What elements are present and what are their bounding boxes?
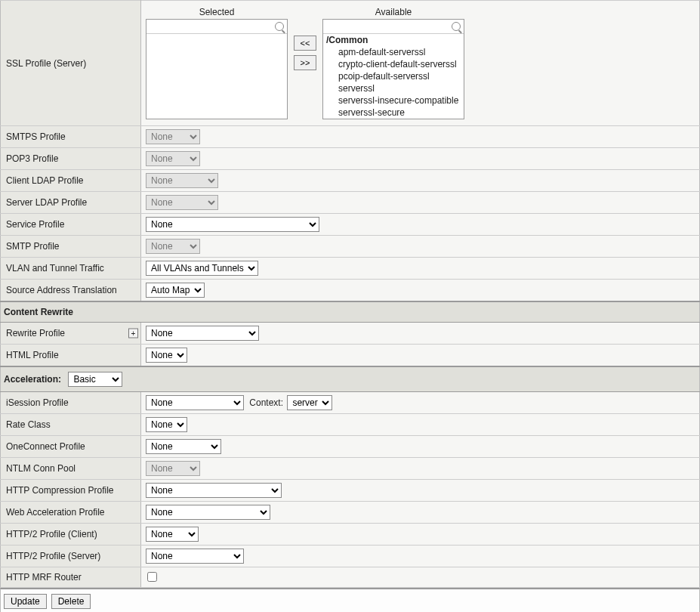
smtp-profile-label: SMTP Profile [1,236,141,258]
available-group: /Common [323,34,464,46]
ntlm-conn-pool-select: None [146,461,200,476]
vlan-tunnel-traffic-label: VLAN and Tunnel Traffic [1,258,141,280]
delete-button[interactable]: Delete [51,594,91,609]
client-ldap-profile-label: Client LDAP Profile [1,170,141,192]
vlan-tunnel-traffic-select[interactable]: All VLANs and Tunnels [146,261,258,276]
isession-profile-select[interactable]: None [146,395,244,410]
http2-profile-server-select[interactable]: None [146,549,244,564]
available-item[interactable]: serverssl-secure [323,107,464,119]
smtp-profile-select: None [146,239,200,254]
section-content-rewrite: Content Rewrite [1,301,700,323]
available-listbox[interactable]: /Commonapm-default-serversslcrypto-clien… [323,34,464,119]
move-right-button[interactable]: >> [294,55,316,70]
html-profile-label: HTML Profile [1,345,141,367]
row-ntlm-conn-pool: NTLM Conn Pool None [1,458,700,480]
pop3-profile-select: None [146,151,200,166]
available-title: Available [375,7,412,17]
available-item[interactable]: apm-default-serverssl [323,46,464,58]
move-buttons: << >> [294,36,316,70]
http2-profile-client-label: HTTP/2 Profile (Client) [1,524,141,546]
row-vlan-tunnel-traffic: VLAN and Tunnel Traffic All VLANs and Tu… [1,258,700,280]
http-compression-profile-label: HTTP Compression Profile [1,480,141,502]
ntlm-conn-pool-label: NTLM Conn Pool [1,458,141,480]
web-acceleration-profile-select[interactable]: None [146,505,270,520]
isession-context-select[interactable]: server [287,395,332,410]
source-address-translation-select[interactable]: Auto Map [146,283,205,298]
ssl-profile-server-label: SSL Profile (Server) [1,1,141,126]
row-isession-profile: iSession Profile None Context: server [1,392,700,414]
rewrite-profile-select[interactable]: None [146,326,259,341]
row-ssl-profile-server: SSL Profile (Server) Selected << >> Avai… [1,1,700,126]
available-item[interactable]: serverssl [323,82,464,94]
row-server-ldap-profile: Server LDAP Profile None [1,192,700,214]
row-http2-profile-client: HTTP/2 Profile (Client) None [1,524,700,546]
service-profile-select[interactable]: None [146,217,319,232]
pop3-profile-label: POP3 Profile [1,148,141,170]
oneconnect-profile-select[interactable]: None [146,439,221,454]
rewrite-profile-add-icon[interactable]: + [128,329,138,338]
smtps-profile-label: SMTPS Profile [1,126,141,148]
rate-class-select[interactable]: None [146,417,187,432]
row-service-profile: Service Profile None [1,214,700,236]
html-profile-select[interactable]: None [146,348,187,363]
row-http2-profile-server: HTTP/2 Profile (Server) None [1,546,700,567]
server-ldap-profile-select: None [146,195,218,210]
http2-profile-client-select[interactable]: None [146,527,199,542]
smtps-profile-select: None [146,129,200,144]
available-search-input[interactable] [323,20,464,34]
available-item[interactable]: pcoip-default-serverssl [323,70,464,82]
section-acceleration: Acceleration: Basic [1,366,700,392]
selected-title: Selected [199,7,235,17]
ssl-dual-list: Selected << >> Available [146,4,695,122]
row-http-compression-profile: HTTP Compression Profile None [1,480,700,502]
row-pop3-profile: POP3 Profile None [1,148,700,170]
content-rewrite-title: Content Rewrite [1,301,700,323]
server-ldap-profile-label: Server LDAP Profile [1,192,141,214]
row-rate-class: Rate Class None [1,414,700,436]
service-profile-label: Service Profile [1,214,141,236]
web-acceleration-profile-label: Web Acceleration Profile [1,502,141,524]
row-http-mrf-router: HTTP MRF Router [1,567,700,588]
config-table: SSL Profile (Server) Selected << >> Avai… [0,0,700,588]
update-button[interactable]: Update [4,594,47,609]
ssl-available-column: Available /Commonapm-default-serversslcr… [322,7,464,119]
http2-profile-server-label: HTTP/2 Profile (Server) [1,546,141,567]
move-left-button[interactable]: << [294,36,316,51]
row-web-acceleration-profile: Web Acceleration Profile None [1,502,700,524]
row-client-ldap-profile: Client LDAP Profile None [1,170,700,192]
row-oneconnect-profile: OneConnect Profile None [1,436,700,458]
http-compression-profile-select[interactable]: None [146,483,282,498]
isession-profile-label: iSession Profile [1,392,141,414]
rewrite-profile-label: Rewrite Profile + [1,323,141,345]
available-item[interactable]: crypto-client-default-serverssl [323,58,464,70]
http-mrf-router-label: HTTP MRF Router [1,567,141,588]
selected-listbox[interactable] [146,34,287,119]
acceleration-mode-select[interactable]: Basic [68,372,122,387]
ssl-selected-column: Selected [146,7,288,119]
row-smtp-profile: SMTP Profile None [1,236,700,258]
rate-class-label: Rate Class [1,414,141,436]
isession-context-label: Context: [249,397,283,408]
row-html-profile: HTML Profile None [1,345,700,367]
row-rewrite-profile: Rewrite Profile + None [1,323,700,345]
selected-search-input[interactable] [146,20,287,34]
acceleration-title: Acceleration: [4,374,61,385]
footer-bar: Update Delete [0,588,700,612]
client-ldap-profile-select: None [146,173,218,188]
row-source-address-translation: Source Address Translation Auto Map [1,280,700,302]
http-mrf-router-checkbox[interactable] [147,572,157,582]
row-smtps-profile: SMTPS Profile None [1,126,700,148]
available-item[interactable]: serverssl-insecure-compatible [323,94,464,107]
oneconnect-profile-label: OneConnect Profile [1,436,141,458]
source-address-translation-label: Source Address Translation [1,280,141,302]
